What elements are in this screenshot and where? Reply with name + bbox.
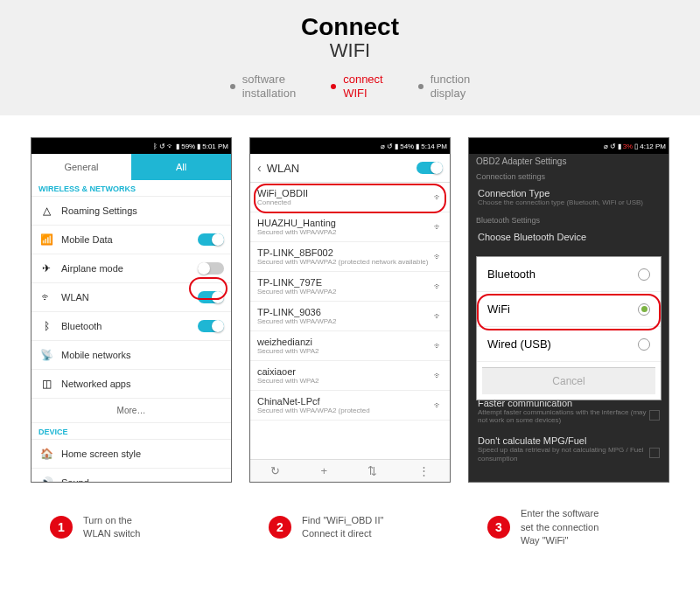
sync-icon: ↺: [610, 143, 616, 150]
checkbox-mpg[interactable]: [649, 448, 660, 458]
step-number: 1: [50, 516, 73, 539]
opt-label: WiFi: [487, 303, 510, 316]
step-text: Enter the software set the connection Wa…: [521, 507, 598, 547]
toggle-wlan[interactable]: [198, 291, 224, 303]
network-huazhu[interactable]: HUAZHU_HantingSecured with WPA/WPA2ᯤ: [250, 212, 450, 242]
row-label: Home screen style: [61, 449, 224, 459]
network-chinanet[interactable]: ChinaNet-LPcfSecured with WPA/WPA2 (prot…: [250, 391, 450, 421]
battery-icon: ▮: [197, 143, 200, 150]
row-networked-apps[interactable]: ◫Networked apps: [32, 370, 231, 399]
row-sound[interactable]: 🔊Sound: [32, 469, 231, 483]
toggle-bluetooth[interactable]: [198, 320, 224, 332]
wifi-name: TP-LINK_8BF002: [257, 247, 429, 258]
connection-dialog: Bluetooth WiFi Wired (USB) Cancel: [476, 256, 662, 400]
signal-icon: ▮: [176, 143, 179, 150]
battery-text: 59%: [181, 143, 195, 150]
row-roaming[interactable]: △Roaming Settings: [32, 197, 231, 226]
settings-icon[interactable]: ⇅: [368, 464, 377, 477]
wlan-header: ‹ WLAN: [250, 154, 450, 183]
sync-icon: ↺: [159, 143, 165, 150]
step-nav: software installation connect WIFI funct…: [0, 73, 700, 100]
wifi-info: TP-LINK_797ESecured with WPA/WPA2: [257, 277, 429, 296]
tab-general[interactable]: General: [32, 154, 131, 180]
row-sub: Choose the connection type (Bluetooth, W…: [478, 198, 660, 207]
mute-icon: ⌀: [604, 143, 608, 150]
wifi-icon: ᯤ: [434, 311, 443, 321]
wifi-info: WiFi_OBDIIConnected: [257, 188, 429, 206]
radio-icon: [638, 268, 650, 281]
row-connection-type[interactable]: Connection Type Choose the connection ty…: [469, 183, 668, 212]
toggle-wlan-master[interactable]: [416, 162, 443, 174]
wifi-sub: Secured with WPA/WPA2: [257, 288, 429, 296]
row-airplane[interactable]: ✈Airplane mode: [32, 254, 231, 283]
menu-icon[interactable]: ⋮: [418, 464, 430, 477]
wifi-sub: Secured with WPA2: [257, 377, 429, 385]
signal-icon: ▮: [618, 143, 621, 150]
checkbox-faster[interactable]: [649, 410, 660, 421]
network-tplink-797e[interactable]: TP-LINK_797ESecured with WPA/WPA2ᯤ: [250, 272, 450, 302]
wifi-name: weizhedianzi: [257, 337, 429, 347]
airplane-icon: ✈: [38, 261, 54, 276]
back-icon[interactable]: ‹: [257, 161, 262, 175]
row-mobile-data[interactable]: 📶Mobile Data: [32, 226, 231, 254]
status-bar: ᛒ ↺ ᯤ ▮ 59% ▮ 5:01 PM: [32, 138, 231, 154]
nav-function: function display: [418, 73, 471, 100]
cancel-button[interactable]: Cancel: [482, 367, 655, 394]
row-home-style[interactable]: 🏠Home screen style: [32, 440, 231, 469]
row-label: Mobile Data: [61, 234, 191, 245]
wifi-name: TP-LINK_797E: [257, 277, 429, 288]
row-label: Roaming Settings: [61, 205, 224, 216]
wifi-name: TP-LINK_9036: [257, 307, 429, 317]
nav-connect: connect WIFI: [331, 73, 383, 100]
network-caixiaoer[interactable]: caixiaoerSecured with WPA2ᯤ: [250, 361, 450, 391]
network-wifi-obdii[interactable]: WiFi_OBDIIConnectedᯤ: [250, 183, 450, 212]
wifi-name: ChinaNet-LPcf: [257, 396, 429, 407]
option-wired[interactable]: Wired (USB): [477, 327, 661, 362]
network-tplink-9036[interactable]: TP-LINK_9036Secured with WPA/WPA2ᯤ: [250, 302, 450, 331]
row-bluetooth[interactable]: ᛒBluetooth: [32, 312, 231, 341]
option-bluetooth[interactable]: Bluetooth: [477, 257, 661, 292]
captions-row: 1 Turn on the WLAN switch 2 Find "WiFi_O…: [0, 491, 700, 565]
radio-icon: [638, 338, 650, 351]
tabs: General All: [32, 154, 231, 180]
data-icon: 📶: [38, 232, 54, 247]
row-label: WLAN: [61, 292, 191, 303]
phone-settings: ᛒ ↺ ᯤ ▮ 59% ▮ 5:01 PM General All WIRELE…: [31, 137, 232, 483]
dot-icon: [331, 84, 336, 89]
wifi-name: WiFi_OBDII: [257, 188, 429, 198]
nav-label: function display: [430, 73, 471, 100]
wifi-icon: ᯤ: [434, 252, 443, 261]
wifi-sub: Secured with WPA/WPA2 (protected: [257, 407, 429, 414]
row-title: Connection Type: [478, 188, 660, 198]
option-wifi[interactable]: WiFi: [477, 292, 661, 327]
wifi-name: caixiaoer: [257, 366, 429, 377]
wifi-icon: ᯤ: [167, 143, 174, 150]
nav-software: software installation: [230, 73, 296, 100]
nav-label: software installation: [242, 73, 296, 100]
refresh-icon[interactable]: ↻: [270, 464, 280, 477]
time-text: 4:12 PM: [640, 143, 666, 150]
wifi-icon: ᯤ: [434, 282, 443, 291]
status-bar: ⌀ ↺ ▮ 54% ▮ 5:14 PM: [250, 138, 450, 154]
toggle-mobile-data[interactable]: [198, 233, 224, 246]
toggle-airplane[interactable]: [198, 262, 224, 275]
row-no-mpg[interactable]: Don't calculate MPG/Fuel Speed up data r…: [469, 430, 668, 468]
tab-all[interactable]: All: [131, 154, 231, 180]
opt-label: Wired (USB): [487, 337, 551, 351]
row-bt-device[interactable]: Choose Bluetooth Device: [469, 226, 668, 247]
wifi-icon: ᯤ: [434, 341, 443, 351]
wifi-info: ChinaNet-LPcfSecured with WPA/WPA2 (prot…: [257, 396, 429, 414]
wifi-icon: ᯤ: [434, 192, 443, 202]
dot-icon: [230, 84, 235, 89]
network-tplink-8bf002[interactable]: TP-LINK_8BF002Secured with WPA/WPA2 (pro…: [250, 242, 450, 272]
more-link[interactable]: More…: [32, 399, 231, 423]
network-weizhedianzi[interactable]: weizhedianziSecured with WPA2ᯤ: [250, 331, 450, 361]
radio-icon: [638, 303, 650, 316]
row-wlan[interactable]: ᯤWLAN: [32, 283, 231, 312]
battery-text: 3%: [623, 143, 634, 150]
row-mobile-networks[interactable]: 📡Mobile networks: [32, 341, 231, 370]
battery-icon: ▯: [634, 143, 638, 150]
add-icon[interactable]: +: [321, 464, 328, 477]
row-sub: Speed up data retrieval by not calculati…: [478, 446, 660, 462]
row-label: Sound: [61, 477, 224, 483]
